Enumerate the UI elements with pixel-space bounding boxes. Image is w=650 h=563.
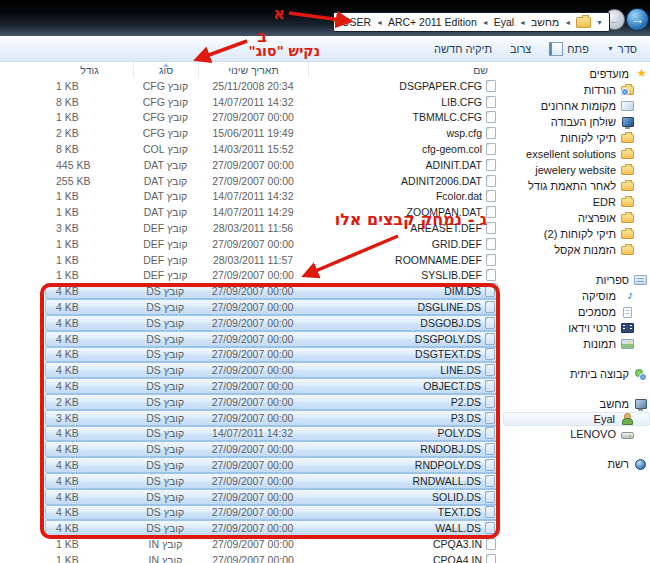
column-header-size[interactable]: גודל: [46, 62, 133, 78]
file-icon: [485, 491, 495, 503]
sidebar-group-header-libraries[interactable]: ספריות: [503, 272, 650, 288]
file-row[interactable]: SYSLIB.DEF 27/09/2007 00:00 קובץ DEF 1 K…: [45, 268, 498, 284]
sidebar-item-eyal[interactable]: Eyal: [503, 412, 650, 426]
file-row[interactable]: RNDWALL.DS 27/09/2007 00:00 קובץ DS 4 KB: [45, 473, 498, 489]
file-row[interactable]: cfg-geom.col 14/03/2011 15:52 קובץ COL 8…: [45, 141, 498, 157]
file-row[interactable]: Fcolor.dat 14/07/2011 14:32 קובץ DAT 1 K…: [45, 189, 498, 205]
file-name: Fcolor.dat: [436, 190, 486, 202]
sidebar-item-videos[interactable]: סרטי וידאו: [503, 320, 650, 336]
folder-icon: [621, 198, 634, 207]
file-date-modified: 27/09/2007 00:00: [198, 459, 308, 471]
sidebar-item-client-folders-2[interactable]: תיקי לקוחות (2): [503, 226, 650, 242]
file-date-modified: 27/09/2007 00:00: [198, 111, 308, 123]
file-date-modified: 27/09/2007 00:00: [198, 285, 308, 297]
file-icon: [485, 396, 495, 408]
sidebar-item-recent-places[interactable]: מקומות אחרונים: [503, 98, 650, 114]
sidebar-item-documents[interactable]: מסמכים: [503, 304, 650, 320]
address-dropdown-icon[interactable]: ▼: [593, 19, 606, 26]
sidebar-group-header-favorites[interactable]: מועדפים: [503, 66, 650, 82]
file-row[interactable]: TEXT.DS 27/09/2007 00:00 קובץ DS 4 KB: [45, 505, 498, 521]
file-name: DIM.DS: [444, 285, 485, 297]
file-row[interactable]: LINE.DS 27/09/2007 00:00 קובץ DS 4 KB: [45, 362, 498, 378]
file-row[interactable]: SOLID.DS 27/09/2007 00:00 קובץ DS 4 KB: [45, 489, 498, 505]
sidebar-group-computer: מחשבEyalLENOVO: [503, 396, 650, 442]
sidebar-item-desktop[interactable]: שולחן העבודה: [503, 114, 650, 130]
sidebar-item-after-resize[interactable]: לאחר התאמת גודל: [503, 178, 650, 194]
back-button[interactable]: →: [626, 8, 649, 31]
file-date-modified: 27/09/2007 00:00: [198, 159, 308, 171]
file-row[interactable]: RNDOBJ.DS 27/09/2007 00:00 קובץ DS 4 KB: [45, 441, 498, 457]
open-file-icon: [549, 42, 563, 56]
breadcrumb-item-eyal[interactable]: Eyal: [492, 16, 516, 28]
file-date-modified: 27/09/2007 00:00: [198, 475, 308, 487]
sidebar-group-header-homegroup[interactable]: קבוצה ביתית: [503, 366, 650, 382]
file-icon: [485, 380, 495, 392]
file-row[interactable]: GRID.DEF 27/09/2007 00:00 קובץ DEF 1 KB: [45, 236, 498, 252]
breadcrumb-separator-icon: ◄: [561, 19, 574, 26]
file-type: קובץ DEF: [133, 254, 198, 266]
file-row[interactable]: ADINIT.DAT 27/09/2007 00:00 קובץ DAT 445…: [45, 157, 498, 173]
file-row[interactable]: DSGLINE.DS 27/09/2007 00:00 קובץ DS 4 KB: [45, 299, 498, 315]
file-name: OBJECT.DS: [423, 380, 485, 392]
file-row[interactable]: AREASET.DEF 28/03/2011 11:56 קובץ DEF 3 …: [45, 220, 498, 236]
sidebar-item-label: jewelery website: [535, 164, 616, 176]
breadcrumb-item-arcuser[interactable]: ARCUSER: [333, 16, 373, 28]
sidebar-item-music[interactable]: מוסיקה: [503, 288, 650, 304]
sidebar-item-lenovo[interactable]: LENOVO: [503, 426, 650, 442]
burn-button[interactable]: צרוב: [501, 41, 540, 57]
sidebar-item-client-folders[interactable]: תיקי לקוחות: [503, 130, 650, 146]
breadcrumb-item-computer[interactable]: מחשב: [529, 16, 561, 28]
file-row[interactable]: CPQA3.IN 27/09/2007 00:00 קובץ IN 1 KB: [45, 536, 498, 552]
file-date-modified: 14/07/2011 14:29: [198, 206, 308, 218]
file-name: P3.DS: [451, 412, 485, 424]
address-bar[interactable]: ▼ ◄מחשב◄Eyal◄ARC+ 2011 Edition◄ARCUSER: [333, 12, 610, 32]
column-header-date-modified[interactable]: תאריך שינוי: [198, 62, 308, 78]
sidebar-item-operation[interactable]: אופרציה: [503, 210, 650, 226]
file-row[interactable]: TBMMLC.CFG 27/09/2007 00:00 קובץ CFG 1 K…: [45, 110, 498, 126]
file-name: P2.DS: [451, 396, 485, 408]
file-row[interactable]: DSGOBJ.DS 27/09/2007 00:00 קובץ DS 4 KB: [45, 315, 498, 331]
command-toolbar: סדר ▼ פתח צרוב תיקיה חדשה: [0, 36, 650, 62]
file-row[interactable]: DSGPOLY.DS 27/09/2007 00:00 קובץ DS 4 KB: [45, 331, 498, 347]
file-row[interactable]: P2.DS 27/09/2007 00:00 קובץ DS 2 KB: [45, 394, 498, 410]
sidebar-item-label: תיקי לקוחות: [560, 132, 616, 144]
file-row[interactable]: DIM.DS 27/09/2007 00:00 קובץ DS 4 KB: [45, 283, 498, 299]
file-row[interactable]: ROOMNAME.DEF 28/03/2011 11:57 קובץ DEF 1…: [45, 252, 498, 268]
file-row[interactable]: OBJECT.DS 27/09/2007 00:00 קובץ DS 4 KB: [45, 378, 498, 394]
file-row[interactable]: WALL.DS 27/09/2007 00:00 קובץ DS 4 KB: [45, 520, 498, 536]
sidebar-group-header-computer[interactable]: מחשב: [503, 396, 650, 412]
sidebar-item-jewelery-website[interactable]: jewelery website: [503, 162, 650, 178]
sidebar-item-label: exsellent solutions: [526, 148, 616, 160]
file-row[interactable]: LIB.CFG 14/07/2011 14:32 קובץ CFG 8 KB: [45, 94, 498, 110]
file-row[interactable]: DSGPAPER.CFG 25/11/2008 20:34 קובץ CFG 1…: [45, 78, 498, 94]
sidebar-group-header-network[interactable]: רשת: [503, 456, 650, 472]
sidebar-item-exsellent-solutions[interactable]: exsellent solutions: [503, 146, 650, 162]
file-row[interactable]: POLY.DS 14/07/2011 14:32 קובץ DS 4 KB: [45, 426, 498, 442]
folder-icon: [621, 214, 634, 223]
file-icon: [486, 143, 496, 155]
file-row[interactable]: wsp.cfg 15/06/2011 19:49 קובץ CFG 2 KB: [45, 125, 498, 141]
file-type: קובץ DEF: [133, 269, 198, 281]
file-row[interactable]: P3.DS 27/09/2007 00:00 קובץ DS 3 KB: [45, 410, 498, 426]
file-row[interactable]: DSGTEXT.DS 27/09/2007 00:00 קובץ DS 4 KB: [45, 347, 498, 363]
folder-icon: [621, 134, 634, 143]
file-date-modified: 27/09/2007 00:00: [198, 380, 308, 392]
breadcrumb-item-arc-2011-edition[interactable]: ARC+ 2011 Edition: [386, 16, 479, 28]
sidebar-item-downloads[interactable]: הורדות: [503, 82, 650, 98]
column-header-name[interactable]: שם: [308, 62, 498, 78]
file-row[interactable]: ADINIT2006.DAT 27/09/2007 00:00 קובץ DAT…: [45, 173, 498, 189]
open-button[interactable]: פתח: [540, 40, 598, 58]
sidebar-item-excel-orders[interactable]: הזמנות אקסל: [503, 242, 650, 258]
file-row[interactable]: RNDPOLY.DS 27/09/2007 00:00 קובץ DS 4 KB: [45, 457, 498, 473]
organize-button[interactable]: סדר ▼: [598, 41, 646, 57]
file-size: 4 KB: [46, 443, 133, 455]
sidebar-item-pictures[interactable]: תמונות: [503, 336, 650, 352]
file-row[interactable]: CPQA4.IN 27/09/2007 00:00 קובץ IN 1 KB: [45, 552, 498, 563]
new-folder-button[interactable]: תיקיה חדשה: [425, 41, 501, 57]
sidebar-item-edr[interactable]: EDR: [503, 194, 650, 210]
sidebar-item-label: LENOVO: [570, 428, 616, 440]
file-date-modified: 27/09/2007 00:00: [198, 348, 308, 360]
file-row[interactable]: ZOOMPAN.DAT 14/07/2011 14:29 קובץ DAT 1 …: [45, 204, 498, 220]
sidebar-group-libraries: ספריותמוסיקהמסמכיםסרטי וידאותמונות: [503, 272, 650, 352]
column-header-type[interactable]: סוג: [133, 62, 198, 78]
